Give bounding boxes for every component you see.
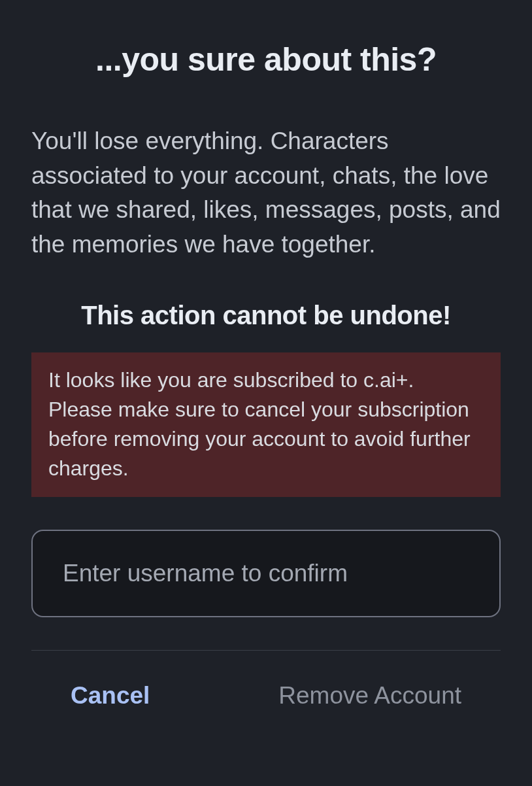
subscription-notice-text: It looks like you are subscribed to c.ai… <box>48 366 484 483</box>
subscription-notice: It looks like you are subscribed to c.ai… <box>31 352 501 497</box>
confirm-delete-dialog: ...you sure about this? You'll lose ever… <box>0 0 532 741</box>
remove-account-button[interactable]: Remove Account <box>278 682 461 709</box>
confirm-username-input[interactable] <box>31 530 501 617</box>
dialog-body: You'll lose everything. Characters assoc… <box>31 124 501 262</box>
dialog-warning: This action cannot be undone! <box>31 301 501 330</box>
cancel-button[interactable]: Cancel <box>71 682 150 709</box>
dialog-actions: Cancel Remove Account <box>31 682 501 709</box>
dialog-title: ...you sure about this? <box>31 41 501 78</box>
divider <box>31 650 501 651</box>
